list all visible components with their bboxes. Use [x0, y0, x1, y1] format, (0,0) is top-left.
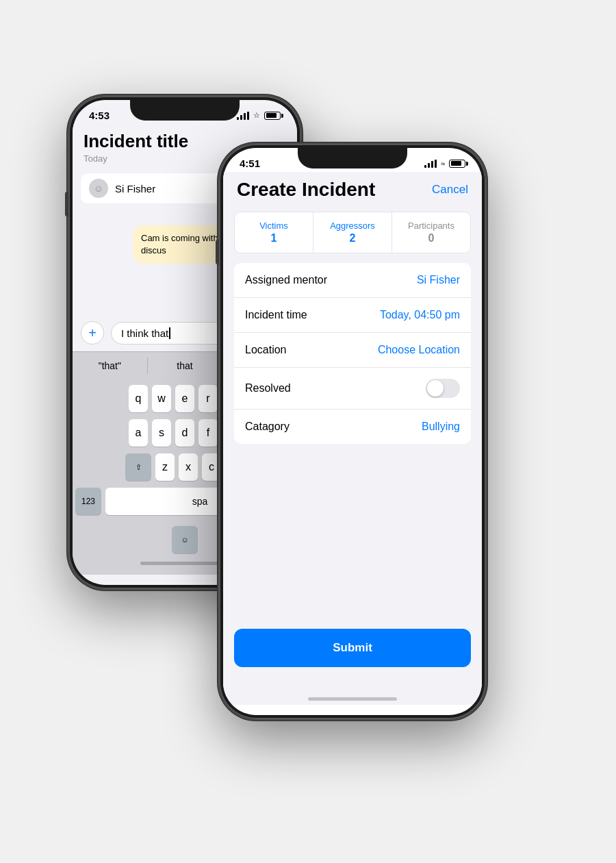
back-status-icons: ☆: [237, 111, 281, 120]
back-status-time: 4:53: [89, 110, 110, 121]
front-status-time: 4:51: [240, 158, 260, 169]
front-status-icons: ≈: [424, 160, 465, 168]
input-text: I think that: [121, 327, 168, 339]
scene: 4:53 ☆ Incident title: [68, 55, 548, 808]
front-battery-icon: [449, 160, 465, 168]
key-q[interactable]: q: [129, 385, 148, 412]
cursor: [169, 327, 173, 339]
signal-icon: [237, 112, 249, 120]
autocomplete-item-1[interactable]: "that": [73, 358, 148, 374]
key-x[interactable]: x: [179, 453, 198, 481]
front-signal-bar-1: [424, 165, 426, 168]
emoji-key[interactable]: ☺: [172, 526, 198, 553]
front-home-indicator: [308, 697, 397, 701]
signal-bar-4: [247, 112, 249, 120]
mentor-label: Assigned mentor: [245, 274, 327, 286]
category-label: Catagory: [245, 421, 290, 433]
tab-victims-label: Victims: [240, 221, 307, 231]
tab-aggressors-label: Aggressors: [319, 221, 386, 231]
resolved-toggle[interactable]: [426, 379, 460, 398]
tab-victims-count: 1: [240, 232, 307, 245]
key-f[interactable]: f: [198, 419, 218, 447]
time-label: Incident time: [245, 309, 307, 321]
key-e[interactable]: e: [175, 385, 194, 412]
back-phone-notch: [130, 100, 240, 121]
resolved-label: Resolved: [245, 382, 291, 395]
form-row-resolved[interactable]: Resolved: [234, 368, 471, 410]
back-home-indicator: [140, 562, 229, 565]
tab-participants[interactable]: Participants 0: [392, 212, 470, 253]
key-w[interactable]: w: [152, 385, 171, 412]
form-row-mentor[interactable]: Assigned mentor Si Fisher: [234, 263, 471, 298]
num-key[interactable]: 123: [75, 488, 101, 515]
form-row-category[interactable]: Catagory Bullying: [234, 410, 471, 444]
category-value: Bullying: [422, 421, 460, 433]
create-title: Create Incident: [237, 179, 375, 201]
front-wifi-icon: ≈: [441, 160, 445, 168]
mentor-avatar-icon: ☺: [89, 179, 108, 198]
key-d[interactable]: d: [175, 419, 194, 447]
battery-icon: [264, 112, 281, 120]
wifi-icon: ☆: [253, 111, 260, 120]
front-phone-notch: [298, 148, 407, 168]
toggle-thumb: [427, 380, 444, 397]
battery-fill: [266, 113, 277, 118]
tabs-row: Victims 1 Aggressors 2 Participants 0: [234, 212, 471, 253]
tab-participants-label: Participants: [398, 221, 465, 231]
location-value: Choose Location: [378, 344, 460, 356]
tab-aggressors[interactable]: Aggressors 2: [313, 212, 392, 253]
form-row-time[interactable]: Incident time Today, 04:50 pm: [234, 298, 471, 333]
signal-bar-2: [240, 115, 242, 120]
location-label: Location: [245, 344, 287, 356]
signal-bar-3: [244, 113, 246, 120]
front-battery-fill: [451, 161, 461, 166]
cancel-button[interactable]: Cancel: [432, 183, 468, 197]
front-signal-bar-2: [428, 163, 430, 168]
key-z[interactable]: z: [155, 453, 175, 481]
tab-participants-count: 0: [398, 232, 465, 245]
mentor-name: Si Fisher: [115, 183, 155, 195]
signal-bar-1: [237, 117, 239, 120]
submit-button[interactable]: Submit: [234, 629, 471, 667]
key-r[interactable]: r: [198, 385, 218, 412]
front-phone: 4:51 ≈ Create: [219, 144, 486, 719]
shift-key[interactable]: ⇧: [125, 453, 151, 481]
create-form-area: Assigned mentor Si Fisher Incident time …: [223, 253, 482, 692]
tab-victims[interactable]: Victims 1: [235, 212, 313, 253]
form-row-location[interactable]: Location Choose Location: [234, 333, 471, 368]
create-header: Create Incident Cancel: [223, 172, 482, 212]
time-value: Today, 04:50 pm: [380, 309, 460, 321]
tab-aggressors-count: 2: [319, 232, 386, 245]
front-signal-bar-3: [431, 161, 433, 168]
key-c[interactable]: c: [202, 453, 221, 481]
key-s[interactable]: s: [152, 419, 171, 447]
autocomplete-item-2[interactable]: that: [148, 358, 223, 374]
key-a[interactable]: a: [129, 419, 148, 447]
front-signal-bar-4: [435, 160, 437, 168]
front-signal-icon: [424, 160, 437, 168]
create-screen: Create Incident Cancel Victims 1 Aggress…: [223, 172, 482, 705]
form-section: Assigned mentor Si Fisher Incident time …: [234, 263, 471, 444]
mentor-value: Si Fisher: [417, 274, 460, 286]
add-button[interactable]: +: [81, 321, 104, 345]
front-phone-screen: 4:51 ≈ Create: [223, 148, 482, 715]
